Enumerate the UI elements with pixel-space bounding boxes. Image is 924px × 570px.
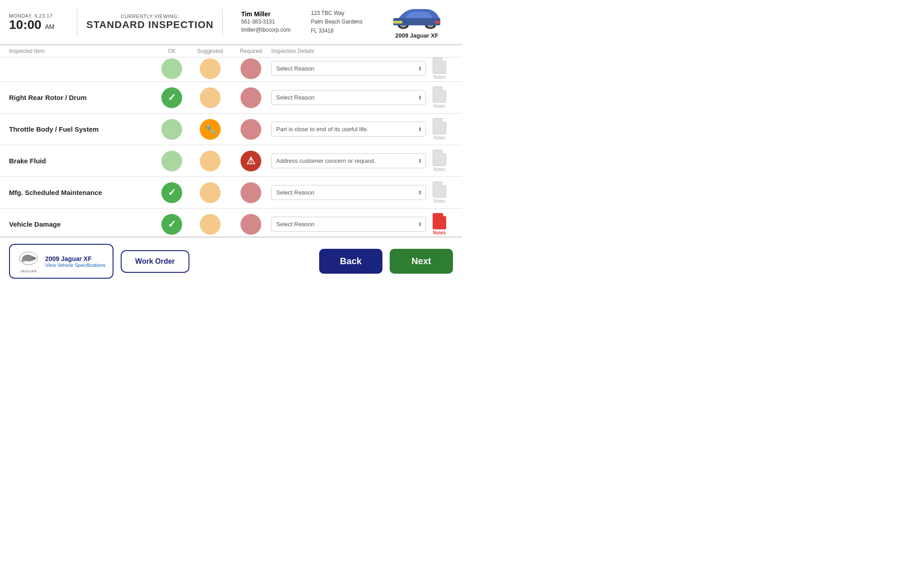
vehicle-card[interactable]: JAGUAR 2009 Jaguar XF View Vehicle Speci… — [9, 244, 113, 279]
select-wrapper-3: Select Reason Part is close to end of it… — [271, 185, 426, 200]
work-order-button[interactable]: Work Order — [121, 250, 189, 273]
notes-button-0[interactable]: Notes — [426, 86, 453, 109]
suggested-col-partial[interactable] — [190, 58, 231, 79]
col-item: Inspected Item — [9, 48, 154, 54]
header-divider-2 — [222, 9, 223, 36]
viewing-block: CURRENTLY VIEWING: STANDARD INSPECTION — [86, 14, 213, 31]
notes-icon-4 — [433, 213, 446, 229]
required-circle-1[interactable] — [240, 119, 261, 140]
inspection-table[interactable]: Inspected Item OK Suggested Required Ins… — [0, 45, 462, 237]
ok-col-3[interactable]: ✓ — [154, 182, 190, 203]
required-col-partial[interactable] — [231, 58, 271, 79]
select-reason-partial[interactable]: Select Reason — [271, 61, 426, 76]
ok-circle-2[interactable] — [161, 151, 182, 171]
address-line3: FL 33418 — [311, 27, 372, 35]
select-reason-4[interactable]: Select Reason Part is close to end of it… — [271, 217, 426, 232]
next-button[interactable]: Next — [390, 249, 453, 274]
col-details: Inspection Details — [271, 48, 426, 54]
required-circle-4[interactable] — [240, 214, 261, 235]
table-row-2: Brake Fluid ⚠ Select Reason P — [0, 145, 462, 177]
ok-circle-4[interactable]: ✓ — [161, 214, 182, 235]
suggested-circle-0[interactable] — [200, 87, 221, 108]
ok-col-0[interactable]: ✓ — [154, 87, 190, 108]
suggested-col-2[interactable] — [190, 151, 231, 171]
notes-button-1[interactable]: Notes — [426, 118, 453, 140]
suggested-col-3[interactable] — [190, 182, 231, 203]
required-circle-2[interactable]: ⚠ — [240, 151, 261, 171]
notes-button-partial[interactable]: Notes — [426, 57, 453, 80]
select-reason-0[interactable]: Select Reason Part is close to end of it… — [271, 90, 426, 105]
jaguar-text: JAGUAR — [17, 269, 40, 273]
suggested-col-4[interactable] — [190, 214, 231, 235]
ok-circle-3[interactable]: ✓ — [161, 182, 182, 203]
ok-col-2[interactable] — [154, 151, 190, 171]
address-line1: 123 TBC Way — [311, 9, 372, 18]
ok-circle-0[interactable]: ✓ — [161, 87, 182, 108]
suggested-circle-1[interactable]: 🔧 — [200, 119, 221, 140]
suggested-circle-4[interactable] — [200, 214, 221, 235]
notes-label-partial: Notes — [434, 75, 445, 80]
jaguar-logo-svg — [17, 249, 40, 267]
detail-partial: Select Reason ⬍ — [271, 61, 426, 76]
header-divider — [77, 9, 77, 36]
required-circle-partial[interactable] — [240, 58, 261, 79]
vehicle-card-info: 2009 Jaguar XF View Vehicle Specificatio… — [45, 255, 105, 268]
suggested-col-0[interactable] — [190, 87, 231, 108]
notes-label-3: Notes — [434, 199, 445, 204]
detail-col-3: Select Reason Part is close to end of it… — [271, 185, 426, 200]
address-line2: Palm Beach Gardens — [311, 18, 372, 26]
date-time-block: MONDAY, 6.23.17 10:00 AM — [9, 13, 68, 31]
header: MONDAY, 6.23.17 10:00 AM CURRENTLY VIEWI… — [0, 0, 462, 45]
notes-button-3[interactable]: Notes — [426, 181, 453, 204]
customer-name: Tim Miller — [241, 10, 302, 18]
checkmark-4: ✓ — [168, 218, 176, 230]
required-col-0[interactable] — [231, 87, 271, 108]
detail-col-4: Select Reason Part is close to end of it… — [271, 217, 426, 232]
required-col-3[interactable] — [231, 182, 271, 203]
col-required: Required — [231, 48, 271, 54]
back-button[interactable]: Back — [319, 249, 382, 274]
required-col-2[interactable]: ⚠ — [231, 151, 271, 171]
jaguar-logo: JAGUAR — [17, 249, 40, 273]
required-circle-0[interactable] — [240, 87, 261, 108]
suggested-circle-2[interactable] — [200, 151, 221, 171]
required-col-4[interactable] — [231, 214, 271, 235]
select-reason-2[interactable]: Select Reason Part is close to end of it… — [271, 153, 426, 168]
car-image — [390, 5, 444, 30]
viewing-label: CURRENTLY VIEWING: — [86, 14, 213, 19]
item-name-0: Right Rear Rotor / Drum — [9, 94, 154, 101]
table-row-1: Throttle Body / Fuel System 🔧 Select Rea… — [0, 114, 462, 145]
notes-col-1: Notes — [426, 118, 453, 140]
checkmark-0: ✓ — [168, 92, 176, 104]
notes-icon-0 — [433, 86, 446, 103]
item-name-4: Vehicle Damage — [9, 220, 154, 228]
checkmark-3: ✓ — [168, 187, 176, 199]
notes-button-4[interactable]: Notes — [426, 213, 453, 235]
vehicle-block: 2009 Jaguar XF — [381, 5, 453, 39]
footer: JAGUAR 2009 Jaguar XF View Vehicle Speci… — [0, 237, 462, 285]
suggested-circle-partial[interactable] — [200, 58, 221, 79]
select-reason-1[interactable]: Select Reason Part is close to end of it… — [271, 122, 426, 137]
notes-label-4: Notes — [433, 230, 446, 235]
notes-icon-partial — [433, 57, 446, 74]
warning-icon-2: ⚠ — [246, 155, 255, 167]
required-circle-3[interactable] — [240, 182, 261, 203]
ok-circle-1[interactable] — [161, 119, 182, 140]
address-block: 123 TBC Way Palm Beach Gardens FL 33418 — [311, 9, 372, 35]
time-display: 10:00 AM — [9, 19, 68, 31]
ok-col-1[interactable] — [154, 119, 190, 140]
notes-label-1: Notes — [434, 135, 445, 140]
notes-icon-2 — [433, 150, 446, 166]
ok-col-4[interactable]: ✓ — [154, 214, 190, 235]
suggested-circle-3[interactable] — [200, 182, 221, 203]
notes-icon-3 — [433, 181, 446, 198]
required-col-1[interactable] — [231, 119, 271, 140]
notes-col-2: Notes — [426, 150, 453, 172]
ok-col-partial[interactable] — [154, 58, 190, 79]
ok-circle-partial[interactable] — [161, 58, 182, 79]
suggested-col-1[interactable]: 🔧 — [190, 119, 231, 140]
select-reason-3[interactable]: Select Reason Part is close to end of it… — [271, 185, 426, 200]
notes-button-2[interactable]: Notes — [426, 150, 453, 172]
main-content: Inspected Item OK Suggested Required Ins… — [0, 45, 462, 237]
notes-col-3: Notes — [426, 181, 453, 204]
